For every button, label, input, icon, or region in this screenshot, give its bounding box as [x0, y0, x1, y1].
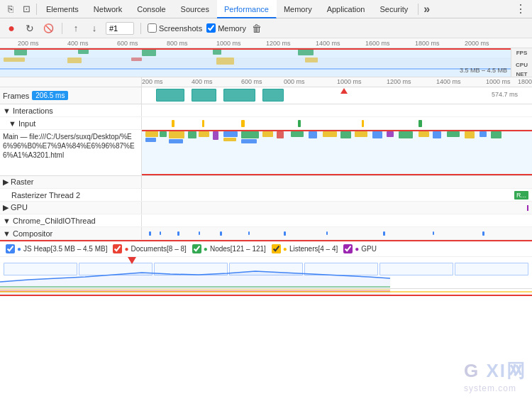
inspect-icon[interactable]: ⊡	[18, 1, 34, 17]
raster-label-col[interactable]: ▶ Raster	[0, 176, 142, 188]
clear-button[interactable]: 🚫	[41, 21, 55, 35]
tab-bar: ⎘ ⊡ Elements Network Console Sources Per…	[0, 0, 532, 18]
main-task20	[372, 131, 382, 138]
frame-block	[192, 89, 216, 102]
devtools-icon[interactable]: ⎘	[3, 1, 18, 17]
tick-1600ms: 1600 ms	[365, 40, 390, 47]
tab-elements[interactable]: Elements	[39, 0, 87, 18]
cpu-bar	[4, 58, 25, 62]
net-side-label: NET	[516, 71, 528, 77]
main-task1	[145, 131, 158, 137]
listeners-checkbox[interactable]	[272, 244, 281, 253]
interactions-label-col[interactable]: ▼ Interactions	[0, 104, 142, 116]
documents-legend[interactable]: ● Documents[8 – 8]	[113, 244, 186, 253]
gpu-mem-dot: ●	[355, 245, 359, 253]
fps-bar	[213, 49, 221, 55]
bottom-orange-line	[0, 291, 532, 293]
memory-checkbox[interactable]	[206, 23, 216, 33]
input-evt4	[298, 120, 301, 127]
timeline-overview: 200 ms 400 ms 600 ms 800 ms 1000 ms 1200…	[0, 38, 532, 77]
record-button[interactable]: ●	[4, 21, 18, 35]
ruler: 200 ms 400 ms 600 ms 800 ms 1000 ms 1200…	[0, 38, 532, 48]
comp-evt11	[482, 231, 484, 236]
tab-security[interactable]: Security	[372, 0, 416, 18]
js-heap-legend[interactable]: ● JS Heap[3.5 MB – 4.5 MB]	[6, 244, 107, 253]
main-task18	[340, 131, 351, 138]
rasterizer-label-col[interactable]: Rasterizer Thread 2	[0, 189, 142, 201]
trash-button[interactable]: 🗑	[252, 23, 262, 34]
memory-chart	[0, 257, 532, 296]
frames-ms-badge: 206.5 ms	[32, 91, 68, 100]
documents-label: Documents[8 – 8]	[131, 245, 186, 253]
mem-red-bottom	[0, 295, 532, 296]
screenshots-label: Screenshots	[159, 24, 202, 33]
reload-button[interactable]: ↻	[23, 21, 37, 35]
listeners-dot: ●	[283, 245, 287, 253]
main-task26	[465, 131, 475, 138]
main-label-col[interactable]: Main — file:///C:/Users/suxq/Desktop/%E6…	[0, 130, 142, 175]
more-tabs-button[interactable]: »	[421, 3, 433, 16]
compositor-label-col[interactable]: ▼ Compositor	[0, 227, 142, 239]
gpu-label-col[interactable]: ▶ GPU	[0, 202, 142, 214]
comp-evt10	[433, 231, 434, 235]
nodes-checkbox[interactable]	[192, 244, 201, 253]
frames-label-col: Frames 206.5 ms	[0, 87, 142, 104]
comp-evt1	[149, 231, 151, 236]
screenshots-checkbox-label[interactable]: Screenshots	[148, 23, 202, 33]
main-task4	[169, 131, 184, 138]
main-task2	[145, 138, 156, 142]
screenshots-checkbox[interactable]	[148, 23, 157, 33]
tick-400ms: 400 ms	[67, 40, 89, 47]
cpu-bar	[67, 58, 82, 63]
listeners-legend[interactable]: ● Listeners[4 – 4]	[272, 244, 338, 253]
chromeio-label-col[interactable]: ▼ Chrome_ChildIOThread	[0, 214, 142, 226]
chromeio-label: ▼ Chrome_ChildIOThread	[3, 217, 96, 225]
fps-bar	[14, 49, 27, 55]
comp-evt2	[160, 231, 161, 235]
record-input[interactable]	[106, 22, 134, 35]
comp-evt8	[326, 231, 328, 235]
main-task24	[433, 131, 441, 138]
comp-evt3	[177, 231, 179, 236]
tick-2000ms: 2000 ms	[465, 40, 489, 47]
z-tick-1200: 1200 ms	[387, 78, 411, 85]
bottom-divider	[0, 288, 532, 289]
input-label-col[interactable]: ▼ Input	[0, 117, 142, 129]
tab-network[interactable]: Network	[87, 0, 130, 18]
ruler-left-spacer	[0, 77, 142, 87]
js-heap-checkbox[interactable]	[6, 244, 15, 253]
zoom-ruler: 200 ms 400 ms 600 ms 000 ms 1000 ms 1200…	[0, 77, 532, 87]
nodes-legend[interactable]: ● Nodes[121 – 121]	[192, 244, 266, 253]
gpu-label: ▶ GPU	[3, 203, 28, 212]
rasterizer-badge: R...	[514, 191, 528, 200]
nodes-label: Nodes[121 – 121]	[210, 245, 266, 253]
cpu-bar	[131, 58, 142, 61]
menu-button[interactable]: ⋮	[512, 2, 529, 16]
documents-checkbox[interactable]	[113, 244, 122, 253]
upload-button[interactable]: ↑	[69, 21, 83, 35]
download-button[interactable]: ↓	[87, 21, 101, 35]
red-arrow	[340, 88, 348, 94]
tick-1200ms: 1200 ms	[266, 40, 291, 47]
interactions-label: ▼ Interactions	[3, 106, 53, 115]
track-scroll-area[interactable]: ▼ Interactions ▼ Input Main — file:///C:	[0, 104, 532, 399]
z-tick-1600: 1000 ms	[486, 78, 511, 85]
gpu-mem-legend[interactable]: ● GPU	[343, 244, 377, 253]
main-task12	[241, 139, 257, 143]
tab-memory[interactable]: Memory	[277, 0, 320, 18]
main-task25	[447, 131, 460, 137]
gpu-mem-checkbox[interactable]	[343, 244, 353, 253]
tab-sources[interactable]: Sources	[174, 0, 217, 18]
rasterizer-label: Rasterizer Thread 2	[11, 191, 80, 200]
compositor-section: ▼ Compositor	[0, 227, 532, 240]
documents-dot: ●	[124, 245, 128, 253]
heap-cell	[455, 263, 528, 275]
toolbar: ● ↻ 🚫 ↑ ↓ Screenshots Memory 🗑	[0, 18, 532, 38]
tab-application[interactable]: Application	[320, 0, 373, 18]
tab-console[interactable]: Console	[130, 0, 173, 18]
memory-checkbox-label[interactable]: Memory	[206, 23, 246, 33]
z-tick-1400: 1400 ms	[436, 78, 461, 85]
tab-performance[interactable]: Performance	[217, 0, 277, 18]
heap-cell	[229, 263, 303, 275]
z-tick-800: 000 ms	[284, 78, 305, 85]
